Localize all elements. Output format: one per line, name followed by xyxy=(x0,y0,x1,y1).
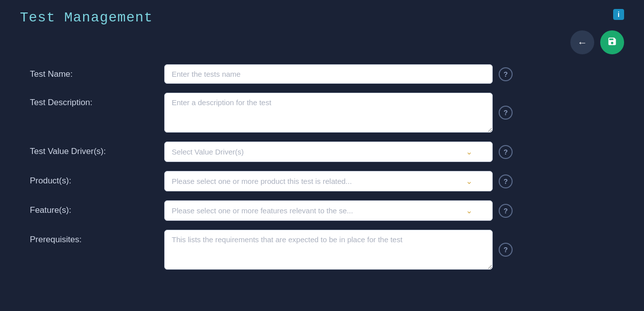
form-row-features: Feature(s): Please select one or more fe… xyxy=(20,200,624,221)
label-products: Product(s): xyxy=(20,171,164,186)
form-row-prerequisites: Prerequisites: ? xyxy=(20,230,624,270)
input-wrapper-value-drivers: Select Value Driver(s) ⌄ ? xyxy=(164,142,513,162)
test-name-input[interactable] xyxy=(164,64,493,84)
form-row-test-description: Test Description: ? xyxy=(20,93,624,133)
page-container: Test Management i ← Test Name: ? Test D xyxy=(0,0,644,289)
input-wrapper-prerequisites: ? xyxy=(164,230,513,270)
help-icon-value-drivers[interactable]: ? xyxy=(499,145,513,159)
back-arrow-icon: ← xyxy=(577,37,587,48)
features-placeholder: Please select one or more features relev… xyxy=(172,206,353,215)
info-icon[interactable]: i xyxy=(613,9,624,20)
page-title: Test Management xyxy=(20,10,624,25)
form-row-value-drivers: Test Value Driver(s): Select Value Drive… xyxy=(20,142,624,162)
label-value-drivers: Test Value Driver(s): xyxy=(20,142,164,156)
form-container: Test Name: ? Test Description: ? Test Va… xyxy=(20,64,624,270)
chevron-down-icon-products: ⌄ xyxy=(466,176,472,186)
save-icon xyxy=(607,36,617,49)
input-wrapper-features: Please select one or more features relev… xyxy=(164,200,513,221)
test-description-textarea[interactable] xyxy=(164,93,493,133)
help-icon-test-name[interactable]: ? xyxy=(499,67,513,81)
help-icon-products[interactable]: ? xyxy=(499,174,513,188)
form-row-products: Product(s): Please select one or more pr… xyxy=(20,171,624,191)
save-button[interactable] xyxy=(600,30,624,54)
help-icon-test-description[interactable]: ? xyxy=(499,106,513,120)
label-prerequisites: Prerequisites: xyxy=(20,230,164,245)
chevron-down-icon-features: ⌄ xyxy=(466,206,472,215)
back-button[interactable]: ← xyxy=(570,30,594,54)
value-drivers-placeholder: Select Value Driver(s) xyxy=(172,148,244,156)
prerequisites-textarea[interactable] xyxy=(164,230,493,270)
label-test-description: Test Description: xyxy=(20,93,164,108)
input-wrapper-products: Please select one or more product this t… xyxy=(164,171,513,191)
input-wrapper-test-description: ? xyxy=(164,93,513,133)
label-test-name: Test Name: xyxy=(20,64,164,79)
chevron-down-icon: ⌄ xyxy=(466,147,472,156)
features-select[interactable]: Please select one or more features relev… xyxy=(164,200,493,221)
help-icon-features[interactable]: ? xyxy=(499,204,513,218)
input-wrapper-test-name: ? xyxy=(164,64,513,84)
products-select[interactable]: Please select one or more product this t… xyxy=(164,171,493,191)
help-icon-prerequisites[interactable]: ? xyxy=(499,243,513,257)
form-row-test-name: Test Name: ? xyxy=(20,64,624,84)
action-buttons: ← xyxy=(20,30,624,54)
products-placeholder: Please select one or more product this t… xyxy=(172,177,352,185)
label-features: Feature(s): xyxy=(20,200,164,215)
value-drivers-select[interactable]: Select Value Driver(s) ⌄ xyxy=(164,142,493,162)
